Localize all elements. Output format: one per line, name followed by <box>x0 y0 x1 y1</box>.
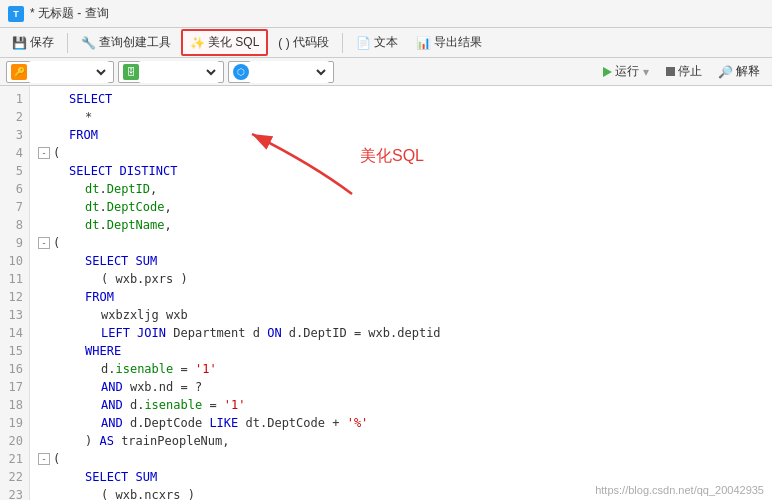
token-id: isenable <box>115 360 173 378</box>
token-id: dt <box>85 198 99 216</box>
code-snippet-label: 代码段 <box>293 34 329 51</box>
save-button[interactable]: 💾 保存 <box>4 30 62 55</box>
token-plain: ( wxb.ncxrs ) <box>101 486 195 500</box>
code-line: dt.DeptID, <box>38 180 764 198</box>
stop-icon <box>666 67 675 76</box>
token-plain: ) <box>85 432 99 450</box>
token-id: dt <box>85 216 99 234</box>
watermark: https://blog.csdn.net/qq_20042935 <box>595 484 764 496</box>
token-kw: AND <box>101 414 123 432</box>
export-icon: 📊 <box>416 36 431 50</box>
code-line: LEFT JOIN Department d ON d.DeptID = wxb… <box>38 324 764 342</box>
code-line: AND d.DeptCode LIKE dt.DeptCode + '%' <box>38 414 764 432</box>
db-select[interactable] <box>139 61 219 83</box>
token-kw: WHERE <box>85 342 121 360</box>
token-plain: d.DeptID = wxb.deptid <box>282 324 441 342</box>
token-kw: SELECT DISTINCT <box>69 162 177 180</box>
token-id: DeptCode <box>107 198 165 216</box>
token-plain: = <box>173 360 195 378</box>
query-builder-icon: 🔧 <box>81 36 96 50</box>
token-kw: SELECT <box>69 90 112 108</box>
token-plain: , <box>164 216 171 234</box>
token-str: '1' <box>195 360 217 378</box>
toolbar-divider-1 <box>67 33 68 53</box>
line-numbers: 1234567891011121314151617181920212223242… <box>0 86 30 500</box>
token-plain: = <box>202 396 224 414</box>
token-plain: ( wxb.pxrs ) <box>101 270 188 288</box>
token-kw: FROM <box>69 126 98 144</box>
token-plain: ( <box>53 234 60 252</box>
beautify-sql-button[interactable]: ✨ 美化 SQL <box>181 29 268 56</box>
explain-label: 解释 <box>736 63 760 80</box>
connection-icon: 🔑 <box>11 64 27 80</box>
token-plain: trainPeopleNum, <box>114 432 230 450</box>
text-icon: 📄 <box>356 36 371 50</box>
connection-select-wrap[interactable]: 🔑 <box>6 61 114 83</box>
run-button[interactable]: 运行 ▾ <box>597 61 656 82</box>
code-line: FROM <box>38 288 764 306</box>
code-line: -( <box>38 450 764 468</box>
code-line: d.isenable = '1' <box>38 360 764 378</box>
token-kw: ON <box>267 324 281 342</box>
fold-button[interactable]: - <box>38 237 50 249</box>
code-line: AND d.isenable = '1' <box>38 396 764 414</box>
code-line: dt.DeptName, <box>38 216 764 234</box>
editor-area: 1234567891011121314151617181920212223242… <box>0 86 772 500</box>
token-kw: SELECT SUM <box>85 468 157 486</box>
fold-button[interactable]: - <box>38 147 50 159</box>
token-plain: * <box>85 108 92 126</box>
fold-button[interactable]: - <box>38 453 50 465</box>
save-label: 保存 <box>30 34 54 51</box>
token-plain: . <box>99 180 106 198</box>
token-plain: . <box>108 360 115 378</box>
schema-select[interactable] <box>249 61 329 83</box>
code-snippet-button[interactable]: ( ) 代码段 <box>270 30 336 55</box>
app-icon: T <box>8 6 24 22</box>
export-results-button[interactable]: 📊 导出结果 <box>408 30 490 55</box>
query-builder-label: 查询创建工具 <box>99 34 171 51</box>
window-title: * 无标题 - 查询 <box>30 5 109 22</box>
code-line: -( <box>38 234 764 252</box>
text-button[interactable]: 📄 文本 <box>348 30 406 55</box>
token-plain: d.DeptCode <box>123 414 210 432</box>
connection-select[interactable] <box>29 61 109 83</box>
token-plain: dt.DeptCode + <box>238 414 346 432</box>
token-kw: AND <box>101 378 123 396</box>
db-icon: 🗄 <box>123 64 139 80</box>
token-str: '1' <box>224 396 246 414</box>
stop-label: 停止 <box>678 63 702 80</box>
schema-select-wrap[interactable]: ⬡ <box>228 61 334 83</box>
token-plain: d <box>101 360 108 378</box>
token-plain: , <box>150 180 157 198</box>
explain-button[interactable]: 🔎 解释 <box>712 61 766 82</box>
paren-icon: ( ) <box>278 36 289 50</box>
db-select-wrap[interactable]: 🗄 <box>118 61 224 83</box>
schema-icon: ⬡ <box>233 64 249 80</box>
token-plain: wxbzxljg wxb <box>101 306 188 324</box>
token-kw: LIKE <box>209 414 238 432</box>
token-plain: , <box>164 198 171 216</box>
token-kw: LEFT JOIN <box>101 324 166 342</box>
token-plain: . <box>99 198 106 216</box>
token-kw: AND <box>101 396 123 414</box>
token-kw: AS <box>99 432 113 450</box>
text-label: 文本 <box>374 34 398 51</box>
beautify-label: 美化 SQL <box>208 34 259 51</box>
query-builder-button[interactable]: 🔧 查询创建工具 <box>73 30 179 55</box>
code-line: WHERE <box>38 342 764 360</box>
token-plain: . <box>99 216 106 234</box>
code-line: wxbzxljg wxb <box>38 306 764 324</box>
token-plain: wxb.nd = ? <box>123 378 202 396</box>
code-line: AND wxb.nd = ? <box>38 378 764 396</box>
title-bar: T * 无标题 - 查询 <box>0 0 772 28</box>
token-id: DeptID <box>107 180 150 198</box>
token-plain: ( <box>53 450 60 468</box>
token-plain: ( <box>53 144 60 162</box>
code-line: * <box>38 108 764 126</box>
token-plain: d. <box>123 396 145 414</box>
stop-button[interactable]: 停止 <box>660 61 708 82</box>
run-divider: ▾ <box>643 65 649 79</box>
annotation-text: 美化SQL <box>360 146 424 167</box>
main-toolbar: 💾 保存 🔧 查询创建工具 ✨ 美化 SQL ( ) 代码段 📄 文本 📊 导出… <box>0 28 772 58</box>
code-line: SELECT <box>38 90 764 108</box>
